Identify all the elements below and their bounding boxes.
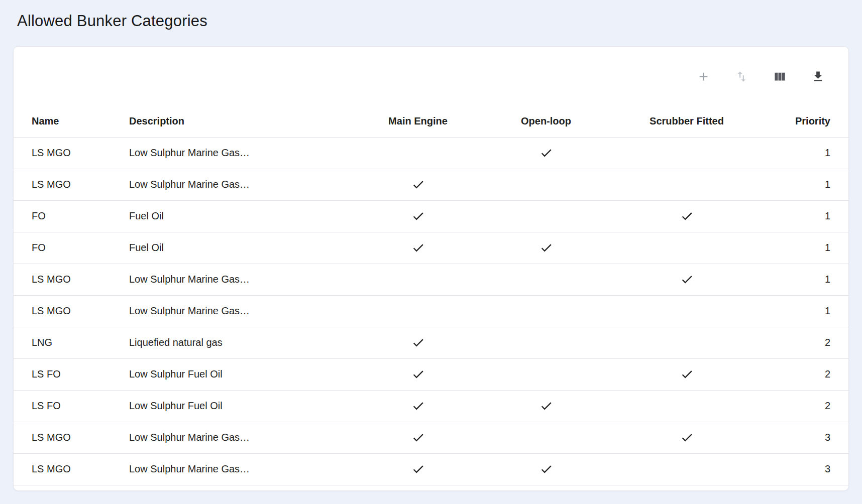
columns-icon	[773, 70, 787, 83]
cell-main-engine	[355, 232, 481, 264]
cell-open-loop	[481, 295, 611, 327]
cell-description: Low Sulphur Marine Gas…	[129, 264, 355, 295]
check-icon	[540, 146, 553, 160]
cell-description: Fuel Oil	[129, 200, 355, 232]
cell-open-loop	[481, 453, 611, 485]
cell-open-loop	[481, 390, 611, 422]
cell-main-engine	[355, 200, 481, 232]
sort-arrows-icon	[735, 70, 748, 83]
cell-main-engine	[355, 295, 481, 327]
cell-priority: 1	[762, 232, 848, 264]
table-row[interactable]: LS MGOLow Sulphur Marine Gas…1	[14, 264, 848, 295]
export-button[interactable]	[806, 65, 829, 88]
cell-description: Liquefied natural gas	[129, 327, 355, 358]
cell-scrubber-fitted	[611, 358, 762, 390]
column-header-description[interactable]: Description	[129, 106, 355, 137]
cell-name: FO	[14, 200, 129, 232]
column-header-main-engine[interactable]: Main Engine	[355, 106, 481, 137]
bunker-categories-table: Name Description Main Engine Open-loop S…	[14, 106, 848, 485]
cell-priority: 2	[762, 390, 848, 422]
table-row[interactable]: LS MGOLow Sulphur Marine Gas…3	[14, 422, 848, 453]
check-icon	[411, 462, 425, 476]
column-header-open-loop[interactable]: Open-loop	[481, 106, 611, 137]
cell-main-engine	[355, 358, 481, 390]
check-icon	[411, 399, 425, 413]
table-header: Name Description Main Engine Open-loop S…	[14, 106, 848, 137]
check-icon	[411, 367, 425, 381]
cell-open-loop	[481, 232, 611, 264]
download-icon	[811, 70, 825, 83]
cell-description: Low Sulphur Marine Gas…	[129, 169, 355, 200]
cell-description: Fuel Oil	[129, 232, 355, 264]
cell-scrubber-fitted	[611, 169, 762, 200]
table-row[interactable]: LS MGOLow Sulphur Marine Gas…3	[14, 453, 848, 485]
cell-main-engine	[355, 169, 481, 200]
cell-description: Low Sulphur Marine Gas…	[129, 453, 355, 485]
cell-name: LS MGO	[14, 453, 129, 485]
cell-priority: 1	[762, 264, 848, 295]
table-row[interactable]: FOFuel Oil1	[14, 232, 848, 264]
cell-priority: 2	[762, 358, 848, 390]
cell-priority: 1	[762, 200, 848, 232]
cell-description: Low Sulphur Marine Gas…	[129, 137, 355, 169]
column-header-name[interactable]: Name	[14, 106, 129, 137]
check-icon	[411, 209, 425, 223]
cell-scrubber-fitted	[611, 390, 762, 422]
cell-scrubber-fitted	[611, 232, 762, 264]
column-header-scrubber-fitted[interactable]: Scrubber Fitted	[611, 106, 762, 137]
table-row[interactable]: FOFuel Oil1	[14, 200, 848, 232]
cell-name: LS FO	[14, 358, 129, 390]
check-icon	[680, 209, 694, 223]
cell-open-loop	[481, 137, 611, 169]
cell-scrubber-fitted	[611, 295, 762, 327]
cell-open-loop	[481, 327, 611, 358]
table-row[interactable]: LS MGOLow Sulphur Marine Gas…1	[14, 137, 848, 169]
cell-priority: 1	[762, 295, 848, 327]
cell-open-loop	[481, 358, 611, 390]
cell-scrubber-fitted	[611, 264, 762, 295]
table-row[interactable]: LS MGOLow Sulphur Marine Gas…1	[14, 169, 848, 200]
cell-description: Low Sulphur Marine Gas…	[129, 422, 355, 453]
bunker-categories-card: Name Description Main Engine Open-loop S…	[13, 46, 849, 491]
sort-button[interactable]	[730, 65, 753, 88]
add-button[interactable]	[692, 65, 715, 88]
cell-name: LS MGO	[14, 137, 129, 169]
cell-main-engine	[355, 390, 481, 422]
table-row[interactable]: LS MGOLow Sulphur Marine Gas…1	[14, 295, 848, 327]
cell-main-engine	[355, 453, 481, 485]
check-icon	[411, 336, 425, 349]
cell-name: LS MGO	[14, 295, 129, 327]
cell-description: Low Sulphur Fuel Oil	[129, 390, 355, 422]
table-row[interactable]: LNGLiquefied natural gas2	[14, 327, 848, 358]
cell-name: LNG	[14, 327, 129, 358]
check-icon	[411, 241, 425, 255]
cell-name: LS MGO	[14, 169, 129, 200]
cell-name: LS FO	[14, 390, 129, 422]
check-icon	[540, 399, 553, 413]
cell-main-engine	[355, 137, 481, 169]
cell-name: FO	[14, 232, 129, 264]
cell-open-loop	[481, 169, 611, 200]
table-row[interactable]: LS FOLow Sulphur Fuel Oil2	[14, 358, 848, 390]
cell-scrubber-fitted	[611, 327, 762, 358]
check-icon	[680, 367, 694, 381]
cell-priority: 3	[762, 422, 848, 453]
cell-scrubber-fitted	[611, 137, 762, 169]
check-icon	[540, 241, 553, 255]
cell-main-engine	[355, 264, 481, 295]
cell-open-loop	[481, 264, 611, 295]
check-icon	[680, 431, 694, 444]
column-header-priority[interactable]: Priority	[762, 106, 848, 137]
columns-button[interactable]	[768, 65, 791, 88]
table-body: LS MGOLow Sulphur Marine Gas…1LS MGOLow …	[14, 137, 848, 485]
cell-priority: 1	[762, 137, 848, 169]
cell-open-loop	[481, 200, 611, 232]
cell-scrubber-fitted	[611, 422, 762, 453]
cell-name: LS MGO	[14, 264, 129, 295]
check-icon	[411, 431, 425, 444]
cell-scrubber-fitted	[611, 453, 762, 485]
cell-main-engine	[355, 422, 481, 453]
cell-priority: 2	[762, 327, 848, 358]
cell-priority: 3	[762, 453, 848, 485]
table-row[interactable]: LS FOLow Sulphur Fuel Oil2	[14, 390, 848, 422]
